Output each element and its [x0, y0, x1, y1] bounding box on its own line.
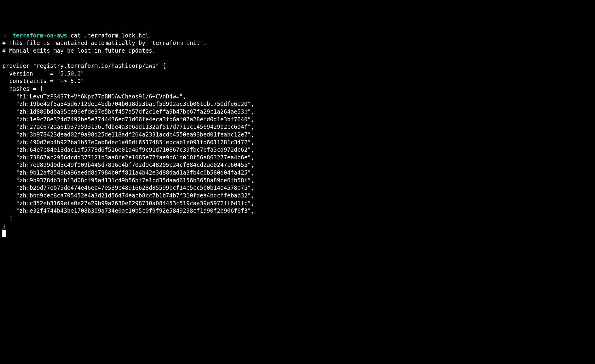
hash-line: "zh:1d880bdba95ce96efde37e5bcf457a57df2c…: [2, 108, 254, 115]
command-text: cat .terraform.lock.hcl: [67, 32, 149, 39]
hash-line: "zh:490d7eb4b922ba1b57e0ab8dec1a08df6517…: [2, 139, 254, 145]
prompt-line: → terraform-on-aws cat .terraform.lock.h…: [2, 32, 149, 39]
cursor: [2, 230, 6, 237]
constraints-line: constraints = "~> 5.0": [2, 78, 84, 84]
provider-open-line: provider "registry.terraform.io/hashicor…: [2, 62, 166, 69]
hash-line: "zh:9b12af85486a96aedd8d7984b0ff811a4b42…: [2, 169, 254, 176]
hash-line: "zh:64e7c84e18dac1af5778d6f516e01a46f9c9…: [2, 146, 254, 153]
hash-line: "zh:3b978423dead02f9a98d25de118adf264a23…: [2, 131, 254, 138]
file-comment-line: # Manual edits may be lost in future upd…: [2, 47, 156, 54]
hash-line: "zh:73867ac2956dcdd377121b3aa8fe2e1085e7…: [2, 154, 254, 161]
hash-line: "zh:bbd9cec8ca705452e4a3d21d56474eacb8cc…: [2, 192, 254, 199]
hash-line: "h1:LevuTzPS4S7t+Vh6Kpz77pBNDAwChaos91/6…: [2, 93, 186, 100]
hash-line: "zh:19be42f5a545d6712dee4bdb704b018d23ba…: [2, 101, 254, 107]
hash-line: "zh:27ac672aa61b3795931561fdbe4a306ad113…: [2, 123, 254, 130]
provider-close-line: }: [2, 223, 6, 229]
version-line: version = "5.50.0": [2, 70, 84, 77]
hash-line: "zh:b29d77eb75de474e46eb47e539c48916628d…: [2, 184, 254, 191]
hash-line: "zh:c352eb3169efa0e27a29b99a2630e8298710…: [2, 200, 254, 206]
hashes-close-line: ]: [2, 215, 13, 222]
prompt-working-dir: terraform-on-aws: [13, 32, 67, 39]
hash-line: "zh:7ed899d0d5c49f009b445d7816e4bf702d9c…: [2, 161, 254, 168]
hashes-open-line: hashes = [: [2, 85, 43, 92]
hash-line: "zh:e32f4744b43be1708b309a734e0ac10b5c0f…: [2, 207, 254, 214]
hash-line: "zh:1e9c78e324d7492be5e7744436ed71d66fe4…: [2, 116, 254, 123]
terminal[interactable]: → terraform-on-aws cat .terraform.lock.h…: [2, 32, 593, 238]
hash-line: "zh:9b93784b3fb13d08cf95a4131c49b56bf7e1…: [2, 177, 254, 183]
file-comment-line: # This file is maintained automatically …: [2, 40, 207, 46]
prompt-arrow-icon: →: [2, 32, 13, 39]
